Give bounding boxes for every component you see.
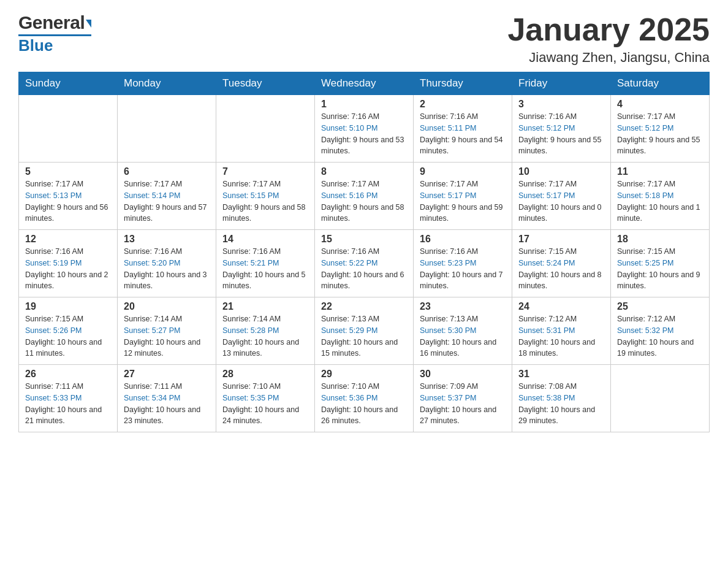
daylight-text: Daylight: 10 hours and 27 minutes. <box>420 405 496 426</box>
daylight-text: Daylight: 10 hours and 1 minute. <box>617 203 700 223</box>
day-number: 27 <box>124 369 210 380</box>
sunrise-text: Sunrise: 7:16 AM <box>222 247 281 256</box>
sunset-text: Sunset: 5:20 PM <box>124 259 180 267</box>
calendar-cell: 22Sunrise: 7:13 AMSunset: 5:29 PMDayligh… <box>315 297 414 365</box>
calendar-cell: 9Sunrise: 7:17 AMSunset: 5:17 PMDaylight… <box>414 163 512 230</box>
sunrise-text: Sunrise: 7:16 AM <box>518 112 577 121</box>
sunrise-text: Sunrise: 7:12 AM <box>518 315 577 323</box>
day-info: Sunrise: 7:17 AMSunset: 5:15 PMDaylight:… <box>222 178 308 224</box>
sunset-text: Sunset: 5:35 PM <box>222 394 279 402</box>
day-info: Sunrise: 7:15 AMSunset: 5:24 PMDaylight:… <box>518 246 604 292</box>
calendar-cell <box>216 95 315 163</box>
day-header-sunday: Sunday <box>19 72 118 95</box>
sunset-text: Sunset: 5:19 PM <box>25 259 82 267</box>
day-info: Sunrise: 7:17 AMSunset: 5:12 PMDaylight:… <box>617 111 703 157</box>
sunset-text: Sunset: 5:15 PM <box>222 191 279 200</box>
day-number: 21 <box>222 301 308 312</box>
calendar-cell: 10Sunrise: 7:17 AMSunset: 5:17 PMDayligh… <box>512 163 611 230</box>
sunrise-text: Sunrise: 7:17 AM <box>518 180 577 188</box>
daylight-text: Daylight: 9 hours and 53 minutes. <box>321 136 404 156</box>
daylight-text: Daylight: 10 hours and 15 minutes. <box>321 338 398 358</box>
daylight-text: Daylight: 10 hours and 13 minutes. <box>222 338 299 358</box>
day-number: 29 <box>321 369 407 380</box>
daylight-text: Daylight: 10 hours and 23 minutes. <box>124 405 200 426</box>
day-info: Sunrise: 7:16 AMSunset: 5:19 PMDaylight:… <box>25 246 111 292</box>
sunrise-text: Sunrise: 7:16 AM <box>420 247 478 256</box>
day-number: 5 <box>25 166 111 177</box>
daylight-text: Daylight: 9 hours and 58 minutes. <box>222 203 306 223</box>
day-number: 1 <box>321 99 407 110</box>
sunrise-text: Sunrise: 7:15 AM <box>25 315 83 323</box>
daylight-text: Daylight: 9 hours and 57 minutes. <box>124 203 207 223</box>
sunset-text: Sunset: 5:14 PM <box>124 191 180 200</box>
day-number: 17 <box>518 234 604 245</box>
sunset-text: Sunset: 5:32 PM <box>617 326 673 335</box>
sunrise-text: Sunrise: 7:13 AM <box>420 315 478 323</box>
sunset-text: Sunset: 5:12 PM <box>518 124 575 132</box>
sunrise-text: Sunrise: 7:14 AM <box>124 315 182 323</box>
sunrise-text: Sunrise: 7:13 AM <box>321 315 379 323</box>
sunset-text: Sunset: 5:33 PM <box>25 394 82 402</box>
sunrise-text: Sunrise: 7:14 AM <box>222 315 281 323</box>
day-number: 23 <box>420 301 506 312</box>
calendar-cell: 8Sunrise: 7:17 AMSunset: 5:16 PMDaylight… <box>315 163 414 230</box>
sunset-text: Sunset: 5:38 PM <box>518 394 575 402</box>
sunset-text: Sunset: 5:21 PM <box>222 259 279 267</box>
sunset-text: Sunset: 5:16 PM <box>321 191 377 200</box>
logo-blue: Blue <box>18 36 53 55</box>
day-header-tuesday: Tuesday <box>216 72 315 95</box>
day-info: Sunrise: 7:16 AMSunset: 5:12 PMDaylight:… <box>518 111 604 157</box>
calendar-cell: 11Sunrise: 7:17 AMSunset: 5:18 PMDayligh… <box>611 163 710 230</box>
calendar-cell: 13Sunrise: 7:16 AMSunset: 5:20 PMDayligh… <box>118 230 216 297</box>
day-number: 4 <box>617 99 703 110</box>
day-info: Sunrise: 7:10 AMSunset: 5:36 PMDaylight:… <box>321 381 407 427</box>
week-row-1: 1Sunrise: 7:16 AMSunset: 5:10 PMDaylight… <box>19 95 710 163</box>
calendar-cell: 5Sunrise: 7:17 AMSunset: 5:13 PMDaylight… <box>19 163 118 230</box>
day-number: 11 <box>617 166 703 177</box>
day-number: 22 <box>321 301 407 312</box>
day-number: 18 <box>617 234 703 245</box>
sunrise-text: Sunrise: 7:15 AM <box>617 247 675 256</box>
day-info: Sunrise: 7:11 AMSunset: 5:34 PMDaylight:… <box>124 381 210 427</box>
daylight-text: Daylight: 10 hours and 8 minutes. <box>518 270 602 291</box>
day-number: 14 <box>222 234 308 245</box>
calendar-cell <box>118 95 216 163</box>
sunset-text: Sunset: 5:12 PM <box>617 124 673 132</box>
day-info: Sunrise: 7:09 AMSunset: 5:37 PMDaylight:… <box>420 381 506 427</box>
day-info: Sunrise: 7:16 AMSunset: 5:23 PMDaylight:… <box>420 246 506 292</box>
day-header-monday: Monday <box>118 72 216 95</box>
day-number: 6 <box>124 166 210 177</box>
sunrise-text: Sunrise: 7:17 AM <box>617 180 675 188</box>
calendar-cell: 12Sunrise: 7:16 AMSunset: 5:19 PMDayligh… <box>19 230 118 297</box>
sunset-text: Sunset: 5:30 PM <box>420 326 476 335</box>
daylight-text: Daylight: 10 hours and 12 minutes. <box>124 338 200 358</box>
sunset-text: Sunset: 5:22 PM <box>321 259 377 267</box>
calendar-table: SundayMondayTuesdayWednesdayThursdayFrid… <box>18 72 710 432</box>
day-info: Sunrise: 7:15 AMSunset: 5:26 PMDaylight:… <box>25 313 111 359</box>
calendar-body: 1Sunrise: 7:16 AMSunset: 5:10 PMDaylight… <box>19 95 710 432</box>
day-number: 3 <box>518 99 604 110</box>
sunrise-text: Sunrise: 7:16 AM <box>25 247 83 256</box>
daylight-text: Daylight: 10 hours and 11 minutes. <box>25 338 102 358</box>
day-info: Sunrise: 7:14 AMSunset: 5:28 PMDaylight:… <box>222 313 308 359</box>
sunrise-text: Sunrise: 7:09 AM <box>420 382 478 391</box>
sunrise-text: Sunrise: 7:15 AM <box>518 247 577 256</box>
day-header-wednesday: Wednesday <box>315 72 414 95</box>
location: Jiawang Zhen, Jiangsu, China <box>507 50 710 66</box>
day-number: 13 <box>124 234 210 245</box>
day-number: 26 <box>25 369 111 380</box>
daylight-text: Daylight: 10 hours and 29 minutes. <box>518 405 595 426</box>
sunrise-text: Sunrise: 7:17 AM <box>222 180 281 188</box>
calendar-title: January 2025 <box>507 12 710 47</box>
calendar-cell: 7Sunrise: 7:17 AMSunset: 5:15 PMDaylight… <box>216 163 315 230</box>
day-number: 19 <box>25 301 111 312</box>
sunset-text: Sunset: 5:29 PM <box>321 326 377 335</box>
sunset-text: Sunset: 5:17 PM <box>518 191 575 200</box>
sunset-text: Sunset: 5:10 PM <box>321 124 377 132</box>
day-info: Sunrise: 7:12 AMSunset: 5:31 PMDaylight:… <box>518 313 604 359</box>
day-number: 12 <box>25 234 111 245</box>
sunset-text: Sunset: 5:13 PM <box>25 191 82 200</box>
calendar-header-row: SundayMondayTuesdayWednesdayThursdayFrid… <box>19 72 710 95</box>
sunrise-text: Sunrise: 7:10 AM <box>321 382 379 391</box>
sunrise-text: Sunrise: 7:17 AM <box>321 180 379 188</box>
